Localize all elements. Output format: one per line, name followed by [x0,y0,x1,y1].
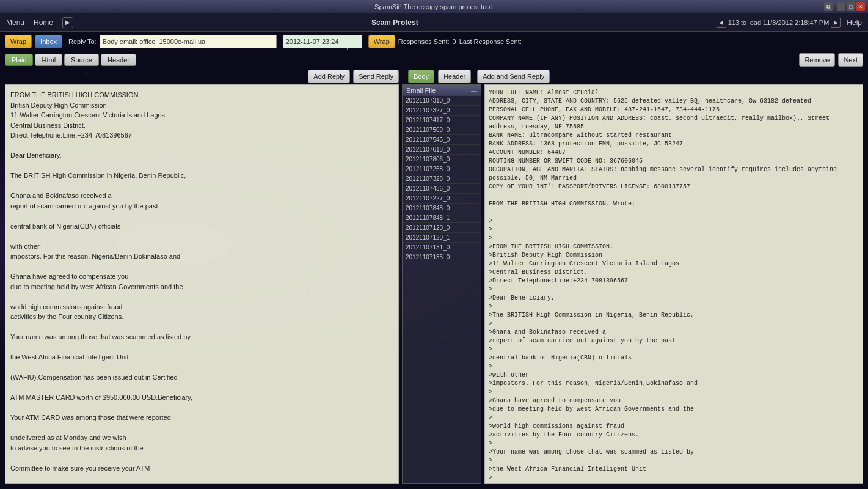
minimize-button[interactable]: ─ [837,2,845,11]
menu-item-help[interactable]: Help [847,18,862,27]
file-panel-header: Email File — [403,85,481,96]
email-panel[interactable]: FROM THE BRITISH HIGH COMMISSION. Britis… [5,84,399,484]
counter-text: 113 to load [728,19,761,26]
email-body-text: FROM THE BRITISH HIGH COMMISSION. Britis… [10,90,393,484]
pager-prev[interactable]: ◀ [717,18,726,28]
reply-to-label: Reply To: [68,38,97,45]
main-content: Wrap Inbox Reply To: Wrap Responses Sent… [0,32,868,489]
reply-content[interactable]: YOUR FULL NAME: Almost Crucial ADDRESS, … [485,85,863,483]
datetime-text: 11/8/2012 2:18:47 PM [763,19,829,26]
toolbar-row2: Plain Html Source Header Remove Next [0,51,868,68]
titlebar: SpamSit! The occupy spam protest tool. ⧉… [0,0,868,13]
list-item[interactable]: 20121107327_0 [403,106,481,116]
file-panel-close-icon[interactable]: — [471,87,477,94]
maximize-button[interactable]: □ [847,2,855,11]
wrap-right-button[interactable]: Wrap [368,35,395,48]
tab-html[interactable]: Html [35,54,62,66]
toolbar-row1: Wrap Inbox Reply To: Wrap Responses Sent… [0,32,868,51]
list-item[interactable]: 20121107618_0 [403,145,481,155]
app-title: Scam Protest [371,18,418,27]
list-item[interactable]: 20121107120_0 [403,223,481,233]
file-panel-title: Email File [406,87,436,94]
list-item[interactable]: 20121107545_0 [403,135,481,145]
list-item[interactable]: 20121107135_0 [403,252,481,262]
list-item[interactable]: 20121107120_1 [403,233,481,243]
list-item[interactable]: 20121107131_0 [403,243,481,252]
list-item[interactable]: 20121107227_0 [403,194,481,204]
next-button[interactable]: Next [838,53,863,67]
list-item[interactable]: 20121107328_0 [403,174,481,184]
titlebar-text: SpamSit! The occupy spam protest tool. [374,3,494,10]
menubar-left: Menu Home ▶ [6,17,73,28]
tab-header[interactable]: Header [101,54,136,66]
date-input[interactable] [283,35,362,48]
toolbar-row3: Add Reply Send Reply Body Header Add and… [0,68,868,84]
add-reply-button[interactable]: Add Reply [308,70,350,83]
file-panel: Email File — 20121107310_020121107327_02… [402,84,481,484]
list-item[interactable]: 20121107258_0 [403,164,481,174]
close-button[interactable]: ✕ [856,2,865,11]
menubar: Menu Home ▶ Scam Protest ◀ 113 to load 1… [0,13,868,32]
pager: ◀ 113 to load 11/8/2012 2:18:47 PM ▶ [717,18,841,28]
reply-tabs-header[interactable]: Header [438,70,471,83]
menu-item-menu[interactable]: Menu [6,18,24,27]
reply-tabs-body[interactable]: Body [408,70,434,83]
add-and-send-button[interactable]: Add and Send Reply [477,70,550,83]
responses-count: 0 [453,38,456,45]
send-reply-button[interactable]: Send Reply [353,70,399,83]
list-item[interactable]: 20121107848_0 [403,204,481,213]
remove-button[interactable]: Remove [799,53,835,67]
right-section: Remove Next [799,53,863,67]
list-item[interactable]: 20121107310_0 [403,96,481,106]
menubar-right: ◀ 113 to load 11/8/2012 2:18:47 PM ▶ Hel… [717,18,862,28]
last-response-label: Last Response Sent: [459,38,522,45]
tab-source[interactable]: Source [64,54,99,66]
wrap-button[interactable]: Wrap [5,35,32,48]
pager-next[interactable]: ▶ [831,18,841,28]
body-area: FROM THE BRITISH HIGH COMMISSION. Britis… [0,84,868,489]
list-item[interactable]: 20121107509_0 [403,125,481,135]
list-item[interactable]: 20121107417_0 [403,116,481,125]
list-item[interactable]: 20121107436_0 [403,184,481,194]
nav-forward-button[interactable]: ▶ [62,17,73,28]
list-item[interactable]: 20121107848_1 [403,213,481,223]
file-list[interactable]: 20121107310_020121107327_020121107417_02… [403,96,481,483]
reply-panel: YOUR FULL NAME: Almost Crucial ADDRESS, … [484,84,863,484]
format-tabs: Plain Html Source Header [5,54,136,66]
titlebar-controls: ⧉ ─ □ ✕ [824,2,865,11]
responses-label: Responses Sent: [398,38,450,45]
inbox-button[interactable]: Inbox [35,35,62,48]
reply-to-input[interactable] [100,35,277,48]
list-item[interactable]: 20121107806_0 [403,155,481,164]
menu-item-home[interactable]: Home [34,18,53,27]
tab-plain[interactable]: Plain [5,54,33,66]
restore-button[interactable]: ⧉ [824,2,833,11]
